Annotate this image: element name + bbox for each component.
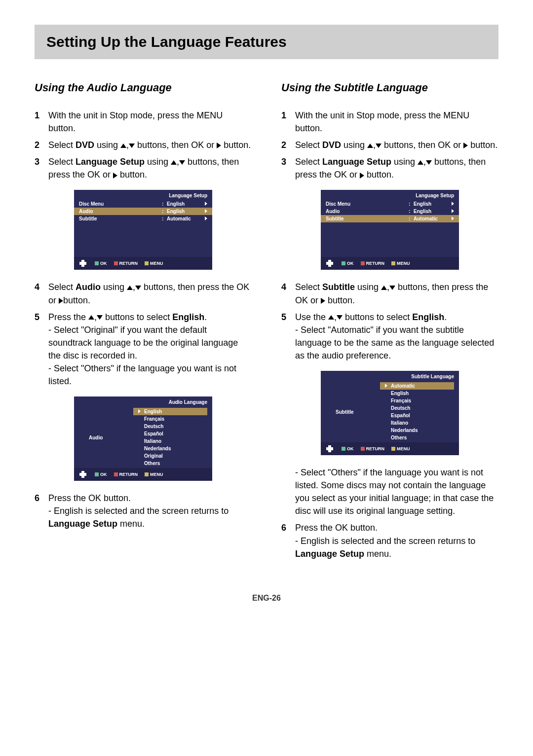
osd-list-item: Français <box>380 397 454 404</box>
step-num: 4 <box>35 281 48 293</box>
osd-list-item: Automatic <box>380 382 454 390</box>
step-num: 1 <box>281 109 295 122</box>
down-icon <box>129 144 135 148</box>
down-icon <box>179 160 185 165</box>
osd-language-setup-subtitle: Language Setup Disc Menu:EnglishAudio:En… <box>321 190 459 270</box>
dpad-icon <box>78 260 88 267</box>
dpad-icon <box>325 260 335 267</box>
osd-list-item: Deutsch <box>133 423 207 430</box>
up-icon <box>328 315 334 320</box>
right-icon <box>463 143 468 148</box>
up-icon <box>127 286 133 290</box>
subtitle-step-5b: - Select "Others" if the language you wa… <box>295 466 498 517</box>
osd-list-item: Others <box>380 434 454 441</box>
page-title: Setting Up the Language Features <box>46 34 487 50</box>
osd-footer: OK RETURN MENU <box>74 257 212 270</box>
osd-row: Subtitle:Automatic <box>321 215 459 222</box>
audio-heading: Using the Audio Language <box>35 81 252 94</box>
audio-column: Using the Audio Language 1 With the unit… <box>35 81 252 564</box>
subtitle-step-4: Select Subtitle using , buttons, then pr… <box>295 281 498 306</box>
audio-step-3: Select Language Setup using , buttons, t… <box>48 155 252 181</box>
down-icon <box>376 144 381 148</box>
right-icon <box>321 298 325 304</box>
osd-list-item: Others <box>133 460 207 467</box>
subtitle-step-2: Select DVD using , buttons, then OK or b… <box>295 139 498 151</box>
osd-title: Language Setup <box>74 190 212 200</box>
dpad-icon <box>325 445 335 452</box>
osd-list-item: Nederlands <box>133 445 207 452</box>
subtitle-column: Using the Subtitle Language 1 With the u… <box>281 81 498 564</box>
osd-language-setup-audio: Language Setup Disc Menu:EnglishAudio:En… <box>74 190 212 270</box>
step-num: 6 <box>281 521 295 534</box>
up-icon <box>88 315 94 320</box>
up-icon <box>418 160 423 165</box>
audio-step-2: Select DVD using , buttons, then OK or b… <box>48 139 252 151</box>
osd-list-item: Italiano <box>380 419 454 427</box>
osd-audio-language: Audio Language Audio EnglishFrançaisDeut… <box>74 396 212 481</box>
audio-step-5: Press the , buttons to select English. -… <box>48 311 252 388</box>
subtitle-step-3: Select Language Setup using , buttons, t… <box>295 155 498 181</box>
down-icon <box>135 286 141 290</box>
osd-side-label: Subtitle <box>321 381 380 442</box>
audio-step-4: Select Audio using , buttons, then press… <box>48 281 252 306</box>
down-icon <box>97 315 103 320</box>
right-icon <box>217 143 221 148</box>
down-icon <box>389 286 395 290</box>
up-icon <box>120 144 126 148</box>
audio-step-6: Press the OK button. - English is select… <box>48 492 252 530</box>
step-num: 2 <box>35 139 48 151</box>
up-icon <box>367 144 373 148</box>
osd-side-label: Audio <box>74 407 133 468</box>
osd-footer: OK RETURN MENU <box>321 442 459 455</box>
osd-list-item: Deutsch <box>380 404 454 412</box>
audio-step-1: With the unit in Stop mode, press the ME… <box>48 109 252 135</box>
subtitle-step-6: Press the OK button. - English is select… <box>295 521 498 560</box>
osd-list-item: Español <box>133 430 207 437</box>
step-num: 4 <box>281 281 295 293</box>
osd-list-item: Français <box>133 415 207 423</box>
down-icon <box>337 315 343 320</box>
subtitle-step-5: Use the , buttons to select English. - S… <box>295 311 498 362</box>
osd-row: Subtitle:Automatic <box>74 215 212 222</box>
subtitle-heading: Using the Subtitle Language <box>281 81 498 94</box>
osd-list-item: English <box>133 408 207 415</box>
step-num: 3 <box>281 155 295 168</box>
osd-row: Audio:English <box>74 208 212 215</box>
page-title-bar: Setting Up the Language Features <box>35 25 498 59</box>
step-num: 3 <box>35 155 48 168</box>
up-icon <box>381 286 387 290</box>
step-num: 5 <box>281 311 295 324</box>
step-num: 1 <box>35 109 48 122</box>
dpad-icon <box>78 471 88 478</box>
osd-subtitle-language: Subtitle Language Subtitle AutomaticEngl… <box>321 371 459 455</box>
step-num: 5 <box>35 311 48 324</box>
right-icon <box>59 298 63 304</box>
osd-list-item: Original <box>133 452 207 460</box>
step-num: 2 <box>281 139 295 151</box>
osd-list-item: Italiano <box>133 437 207 445</box>
osd-list-item: English <box>380 390 454 397</box>
osd-row: Audio:English <box>321 208 459 215</box>
osd-list-item: Nederlands <box>380 427 454 434</box>
subtitle-step-1: With the unit in Stop mode, press the ME… <box>295 109 498 135</box>
osd-row: Disc Menu:English <box>321 200 459 208</box>
page-number: ENG-26 <box>35 594 498 603</box>
osd-title: Subtitle Language <box>321 371 459 381</box>
osd-list-item: Español <box>380 412 454 419</box>
right-icon <box>113 173 117 179</box>
osd-footer: OK RETURN MENU <box>74 468 212 481</box>
osd-row: Disc Menu:English <box>74 200 212 208</box>
osd-title: Language Setup <box>321 190 459 200</box>
osd-title: Audio Language <box>74 396 212 407</box>
step-num: 6 <box>35 492 48 504</box>
up-icon <box>171 160 177 165</box>
right-icon <box>360 173 364 179</box>
osd-footer: OK RETURN MENU <box>321 257 459 270</box>
down-icon <box>426 160 432 165</box>
